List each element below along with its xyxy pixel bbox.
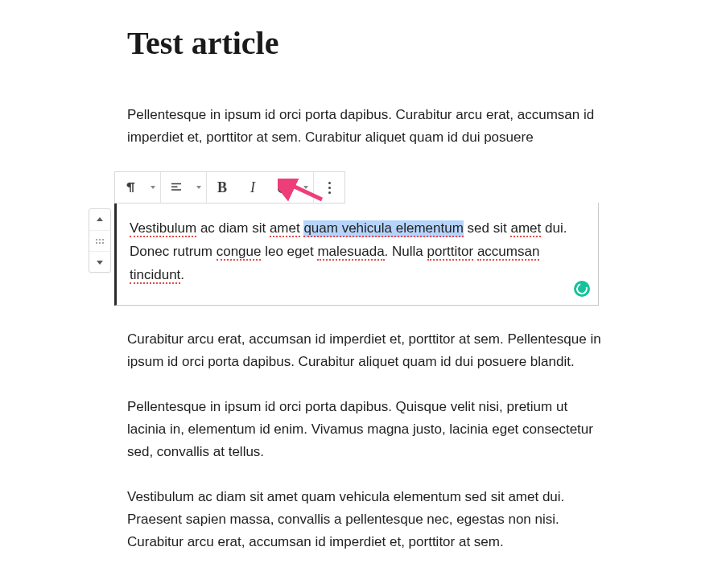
more-options-button[interactable] — [314, 172, 344, 203]
spellcheck-word[interactable]: Vestibulum — [130, 220, 196, 237]
spellcheck-word[interactable]: congue — [217, 244, 262, 261]
spellcheck-word[interactable]: tincidunt — [130, 267, 180, 284]
move-up-button[interactable] — [89, 209, 110, 230]
spellcheck-word[interactable]: accumsan — [477, 244, 539, 261]
paragraph-editable[interactable]: Vestibulum ac diam sit amet quam vehicul… — [114, 203, 599, 306]
bold-icon: B — [217, 179, 227, 196]
selected-block: B I Vestibulum ac diam sit amet quam veh… — [114, 171, 604, 306]
block-mover — [89, 208, 111, 273]
align-left-icon — [169, 180, 184, 195]
selected-text[interactable]: quam vehicula elementum — [303, 220, 463, 237]
drag-handle[interactable] — [89, 230, 110, 251]
bold-button[interactable]: B — [207, 172, 237, 203]
link-icon — [276, 180, 291, 195]
spellcheck-word[interactable]: amet — [510, 220, 541, 237]
spellcheck-word[interactable]: porttitor — [427, 244, 474, 261]
grammarly-icon[interactable] — [574, 281, 590, 297]
block-type-dropdown[interactable] — [146, 172, 160, 203]
paragraph-block[interactable]: Curabitur arcu erat, accumsan id imperdi… — [127, 328, 602, 373]
chevron-down-icon — [151, 186, 155, 189]
format-dropdown[interactable] — [299, 172, 313, 203]
move-down-button[interactable] — [89, 251, 110, 272]
chevron-down-icon — [196, 186, 201, 189]
link-button[interactable] — [268, 172, 299, 203]
paragraph-block[interactable]: Vestibulum ac diam sit amet quam vehicul… — [127, 486, 602, 553]
italic-icon: I — [250, 179, 255, 196]
drag-icon — [96, 239, 104, 244]
spellcheck-word[interactable]: amet — [270, 220, 300, 237]
align-dropdown[interactable] — [192, 172, 206, 203]
align-button[interactable] — [161, 172, 192, 203]
block-toolbar: B I — [114, 171, 345, 204]
italic-button[interactable]: I — [237, 172, 268, 203]
kebab-icon — [328, 182, 331, 194]
spellcheck-word[interactable]: malesuada — [317, 244, 384, 261]
chevron-down-icon — [303, 186, 308, 189]
paragraph-block[interactable]: Pellentesque in ipsum id orci porta dapi… — [127, 104, 602, 149]
block-type-button[interactable] — [115, 172, 146, 203]
pilcrow-icon — [123, 180, 138, 195]
paragraph-block[interactable]: Pellentesque in ipsum id orci porta dapi… — [127, 396, 602, 463]
page-title[interactable]: Test article — [127, 24, 604, 62]
